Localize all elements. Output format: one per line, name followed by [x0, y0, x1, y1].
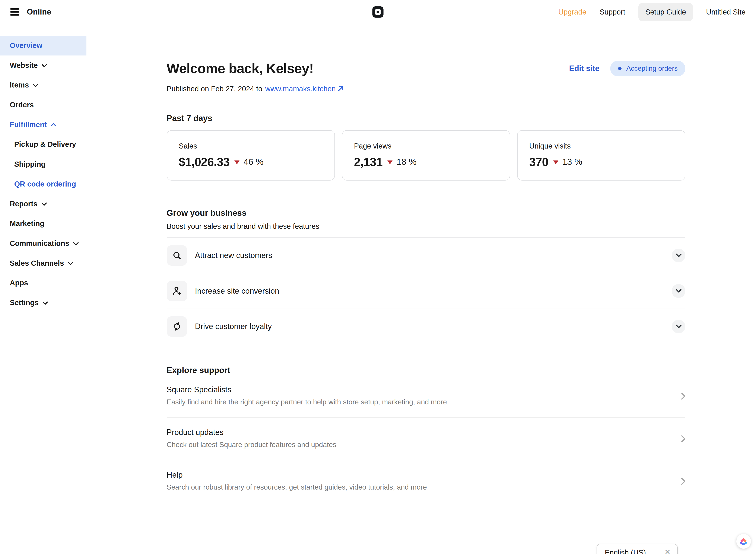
grow-feature-list: Attract new customers Increase site conv…: [167, 238, 686, 344]
chevron-down-icon: [43, 301, 48, 305]
chevron-right-icon: [681, 392, 686, 400]
accepting-orders-badge[interactable]: Accepting orders: [610, 61, 685, 76]
published-info: Published on Feb 27, 2024 to www.mamaks.…: [167, 85, 686, 93]
stats-cards: Sales $1,026.33 46 % Page views 2,131 18…: [167, 130, 686, 180]
unique-visits-card: Unique visits 370 13 %: [517, 130, 686, 180]
support-section-title: Explore support: [167, 366, 686, 375]
clickup-badge[interactable]: [736, 534, 751, 549]
chevron-down-icon: [73, 242, 78, 245]
chevron-down-icon: [42, 64, 47, 67]
help-row[interactable]: Help Search our robust library of resour…: [167, 460, 686, 503]
grow-section-title: Grow your business: [167, 208, 686, 218]
app-title: Online: [27, 7, 51, 16]
sidebar-item-marketing[interactable]: Marketing: [0, 214, 87, 233]
sidebar-item-apps[interactable]: Apps: [0, 273, 87, 293]
expand-chevron-button[interactable]: [672, 248, 685, 262]
upgrade-link[interactable]: Upgrade: [558, 8, 587, 16]
chevron-down-icon: [33, 84, 38, 87]
chevron-down-icon: [68, 262, 73, 265]
chevron-down-icon: [41, 203, 47, 206]
sidebar-item-overview[interactable]: Overview: [0, 36, 87, 55]
support-list: Square Specialists Easily find and hire …: [167, 375, 686, 502]
increase-site-conversion-row[interactable]: Increase site conversion: [167, 273, 686, 309]
clickup-logo-icon: [739, 537, 748, 546]
attract-new-customers-row[interactable]: Attract new customers: [167, 238, 686, 273]
person-add-icon: [167, 281, 187, 301]
chevron-right-icon: [681, 478, 686, 485]
stats-section-title: Past 7 days: [167, 114, 686, 123]
down-triangle-icon: [234, 161, 239, 164]
down-triangle-icon: [553, 161, 558, 164]
down-triangle-icon: [387, 161, 392, 164]
chevron-down-icon: [676, 254, 682, 257]
status-dot-icon: [618, 67, 622, 70]
site-url-link[interactable]: www.mamaks.kitchen: [265, 85, 344, 93]
sidebar-item-orders[interactable]: Orders: [0, 95, 87, 115]
sidebar-item-sales-channels[interactable]: Sales Channels: [0, 253, 87, 273]
sidebar-item-pickup-delivery[interactable]: Pickup & Delivery: [0, 135, 87, 155]
sidebar-item-communications[interactable]: Communications: [0, 233, 87, 253]
close-icon[interactable]: ✕: [665, 548, 670, 554]
setup-guide-button[interactable]: Setup Guide: [638, 3, 693, 21]
sidebar-item-items[interactable]: Items: [0, 75, 87, 95]
square-online-dashboard: Online Upgrade Support Setup Guide Untit…: [0, 0, 756, 554]
product-updates-row[interactable]: Product updates Check out latest Square …: [167, 418, 686, 460]
square-specialists-row[interactable]: Square Specialists Easily find and hire …: [167, 375, 686, 418]
sidebar-item-shipping[interactable]: Shipping: [0, 154, 87, 174]
sidebar-item-website[interactable]: Website: [0, 55, 87, 75]
sales-card: Sales $1,026.33 46 %: [167, 130, 335, 180]
expand-chevron-button[interactable]: [672, 284, 685, 298]
sidebar-item-qr-code-ordering[interactable]: QR code ordering: [0, 174, 87, 194]
page-title: Welcome back, Kelsey!: [167, 61, 314, 76]
page-views-card: Page views 2,131 18 %: [342, 130, 510, 180]
top-bar: Online Upgrade Support Setup Guide Untit…: [0, 0, 756, 24]
sidebar-item-settings[interactable]: Settings: [0, 293, 87, 313]
loyalty-cycle-icon: [167, 316, 187, 337]
drive-customer-loyalty-row[interactable]: Drive customer loyalty: [167, 309, 686, 344]
site-name-link[interactable]: Untitled Site: [706, 8, 746, 16]
chevron-down-icon: [676, 325, 682, 328]
external-link-icon: [338, 86, 343, 92]
chevron-right-icon: [681, 435, 686, 442]
sidebar: Overview Website Items Orders Fulfillmen…: [0, 24, 87, 554]
chevron-down-icon: [676, 289, 682, 293]
language-selector[interactable]: English (US) ✕: [597, 544, 678, 554]
sidebar-item-reports[interactable]: Reports: [0, 194, 87, 214]
menu-icon[interactable]: [10, 8, 19, 15]
main-content: Welcome back, Kelsey! Edit site Acceptin…: [87, 24, 756, 554]
search-icon: [167, 245, 187, 266]
sidebar-item-fulfillment[interactable]: Fulfillment: [0, 115, 87, 135]
chevron-up-icon: [51, 123, 56, 126]
support-link[interactable]: Support: [600, 8, 625, 16]
grow-section-subtitle: Boost your sales and brand with these fe…: [167, 222, 686, 230]
expand-chevron-button[interactable]: [672, 320, 685, 333]
edit-site-link[interactable]: Edit site: [569, 64, 599, 73]
square-logo: [372, 6, 384, 18]
